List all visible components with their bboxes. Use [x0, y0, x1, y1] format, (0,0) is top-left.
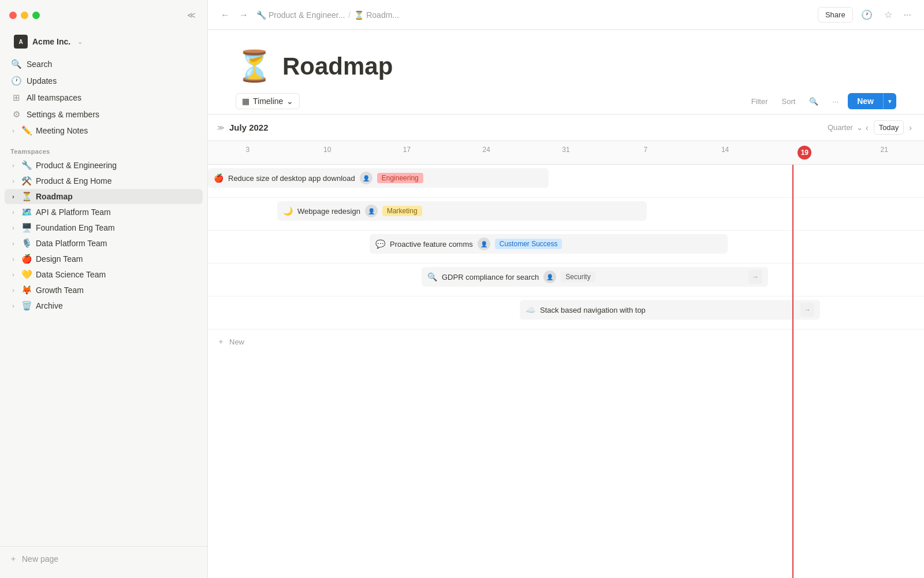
breadcrumb-icon-1: 🔧	[256, 10, 266, 20]
breadcrumb-item-roadmap[interactable]: ⏳ Roadm...	[354, 10, 399, 20]
gantt-bar-item5[interactable]: ☁️ Stack based navigation with top →	[520, 300, 820, 320]
new-page-label: New page	[22, 554, 58, 564]
gantt-bar-item2[interactable]: 🌙 Webpage redesign 👤 Marketing	[277, 201, 647, 221]
workspace-chevron-icon: ⌄	[77, 38, 83, 46]
roadmap-icon: ⏳	[21, 191, 32, 202]
breadcrumb-label-1: Product & Engineer...	[269, 10, 345, 20]
main-content: ← → 🔧 Product & Engineer... / ⏳ Roadm...…	[208, 0, 924, 578]
close-traffic-light[interactable]	[9, 12, 17, 19]
product-engineering-icon: 🔧	[21, 160, 32, 171]
dates-row: 3 10 17 24 31 7 14	[208, 141, 924, 165]
item2-label: Webpage redesign	[297, 207, 360, 216]
sidebar-item-updates[interactable]: 🕐 Updates	[5, 73, 203, 89]
gantt-bar-item4[interactable]: 🔍 GDPR compliance for search 👤 Security …	[422, 267, 768, 287]
sidebar-footer: ＋ New page	[0, 546, 207, 571]
search-icon: 🔍	[10, 59, 22, 69]
more-toolbar-button[interactable]: ···	[828, 94, 843, 109]
view-label: Timeline	[253, 97, 283, 106]
sidebar-item-all-teamspaces[interactable]: ⊞ All teamspaces	[5, 90, 203, 106]
plus-icon: ＋	[9, 554, 17, 564]
today-button[interactable]: Today	[874, 120, 904, 135]
growth-team-icon: 🦊	[21, 285, 32, 295]
design-team-icon: 🍎	[21, 254, 32, 264]
share-button[interactable]: Share	[818, 7, 853, 23]
fullscreen-traffic-light[interactable]	[32, 12, 40, 19]
breadcrumb-separator: /	[348, 10, 351, 20]
item4-arrow-button[interactable]: →	[748, 270, 762, 284]
archive-label: Archive	[36, 301, 198, 310]
item5-icon: ☁️	[526, 305, 535, 314]
timeline-container: ≫ July 2022 Quarter ⌄ ‹ Today › 3 10	[208, 114, 924, 578]
new-page-button[interactable]: ＋ New page	[9, 551, 198, 566]
api-platform-label: API & Platform Team	[36, 208, 198, 217]
sidebar-item-meeting-notes[interactable]: › ✏️ Meeting Notes	[5, 123, 203, 138]
previous-period-button[interactable]: ‹	[863, 120, 871, 135]
item1-label: Reduce size of desktop app download	[228, 174, 355, 183]
gantt-bar-item3[interactable]: 💬 Proactive feature comms 👤 Customer Suc…	[370, 234, 728, 254]
sidebar-item-settings[interactable]: ⚙ Settings & members	[5, 106, 203, 123]
sidebar-item-design-team[interactable]: › 🍎 Design Team	[5, 251, 203, 266]
sort-button[interactable]: Sort	[777, 94, 800, 109]
timeline-expand-button[interactable]: ≫	[217, 124, 225, 132]
item4-avatar: 👤	[543, 271, 556, 283]
filter-button[interactable]: Filter	[747, 94, 773, 109]
settings-icon: ⚙	[10, 109, 22, 120]
new-button-dropdown[interactable]: ▾	[883, 93, 896, 109]
sidebar-titlebar: ≪	[0, 0, 207, 30]
history-button[interactable]: 🕐	[858, 7, 876, 23]
view-toolbar: ▦ Timeline ⌄ Filter Sort 🔍 ··· New ▾	[208, 93, 924, 109]
next-period-button[interactable]: ›	[906, 120, 915, 135]
sidebar-item-product-eng-home[interactable]: › ⚒️ Product & Eng Home	[5, 173, 203, 188]
date-label: 17	[403, 146, 411, 154]
sidebar-nav-teamspaces-label: All teamspaces	[27, 93, 197, 102]
topbar: ← → 🔧 Product & Engineer... / ⏳ Roadm...…	[208, 0, 924, 30]
sidebar-item-foundation-eng[interactable]: › 🖥️ Foundation Eng Team	[5, 220, 203, 235]
gantt-bar-area-2: 🌙 Webpage redesign 👤 Marketing	[208, 201, 924, 227]
back-button[interactable]: ←	[217, 8, 233, 23]
chevron-icon: ›	[9, 240, 17, 247]
item3-avatar: 👤	[478, 238, 490, 250]
new-item-row[interactable]: ＋ New	[208, 329, 924, 354]
today-badge: 19	[798, 146, 811, 160]
sidebar-nav: 🔍 Search 🕐 Updates ⊞ All teamspaces ⚙ Se…	[0, 53, 207, 141]
page-content: ⏳ Roadmap ▦ Timeline ⌄ Filter Sort 🔍 ···…	[208, 30, 924, 578]
item2-tag: Marketing	[382, 206, 422, 216]
date-col-today: 19	[765, 143, 844, 162]
meeting-notes-label: Meeting Notes	[36, 126, 198, 135]
gantt-bar-area-3: 💬 Proactive feature comms 👤 Customer Suc…	[208, 234, 924, 260]
sidebar-item-growth-team[interactable]: › 🦊 Growth Team	[5, 283, 203, 298]
sidebar-item-product-engineering[interactable]: › 🔧 Product & Engineering	[5, 158, 203, 173]
chevron-icon: ›	[9, 209, 17, 216]
more-options-button[interactable]: ···	[900, 8, 915, 23]
chevron-icon: ›	[9, 287, 17, 294]
timeline-month: July 2022	[229, 123, 269, 132]
gantt-bar-item1[interactable]: 🍎 Reduce size of desktop app download 👤 …	[208, 168, 549, 188]
period-selector[interactable]: Quarter ⌄	[828, 123, 863, 132]
forward-button[interactable]: →	[236, 8, 252, 23]
page-title: Roadmap	[282, 53, 393, 80]
new-button[interactable]: New	[848, 93, 883, 109]
sidebar-item-data-science[interactable]: › 💛 Data Science Team	[5, 267, 203, 282]
sidebar-item-search[interactable]: 🔍 Search	[5, 56, 203, 72]
design-team-label: Design Team	[36, 254, 198, 264]
search-button[interactable]: 🔍	[804, 94, 823, 109]
chevron-icon: ›	[9, 272, 17, 278]
data-science-label: Data Science Team	[36, 270, 198, 279]
date-label: 31	[562, 146, 569, 154]
favorite-button[interactable]: ☆	[881, 7, 896, 23]
sidebar-item-api-platform[interactable]: › 🗺️ API & Platform Team	[5, 205, 203, 220]
date-label: 14	[721, 146, 729, 154]
sidebar-item-roadmap[interactable]: › ⏳ Roadmap	[5, 189, 203, 204]
item5-arrow-button[interactable]: →	[800, 303, 814, 317]
chevron-icon: ›	[9, 225, 17, 231]
sidebar-item-archive[interactable]: › 🗑️ Archive	[5, 298, 203, 313]
collapse-sidebar-button[interactable]: ≪	[185, 8, 198, 22]
view-chevron-icon: ⌄	[286, 97, 293, 106]
sidebar-item-data-platform[interactable]: › 🎙️ Data Platform Team	[5, 236, 203, 251]
workspace-selector[interactable]: A Acme Inc. ⌄	[5, 31, 203, 52]
breadcrumb-item-product-engineering[interactable]: 🔧 Product & Engineer...	[256, 10, 345, 20]
minimize-traffic-light[interactable]	[21, 12, 28, 19]
view-selector[interactable]: ▦ Timeline ⌄	[236, 93, 300, 109]
item4-tag: Security	[561, 272, 595, 282]
gantt-bar-area-4: 🔍 GDPR compliance for search 👤 Security …	[208, 267, 924, 292]
